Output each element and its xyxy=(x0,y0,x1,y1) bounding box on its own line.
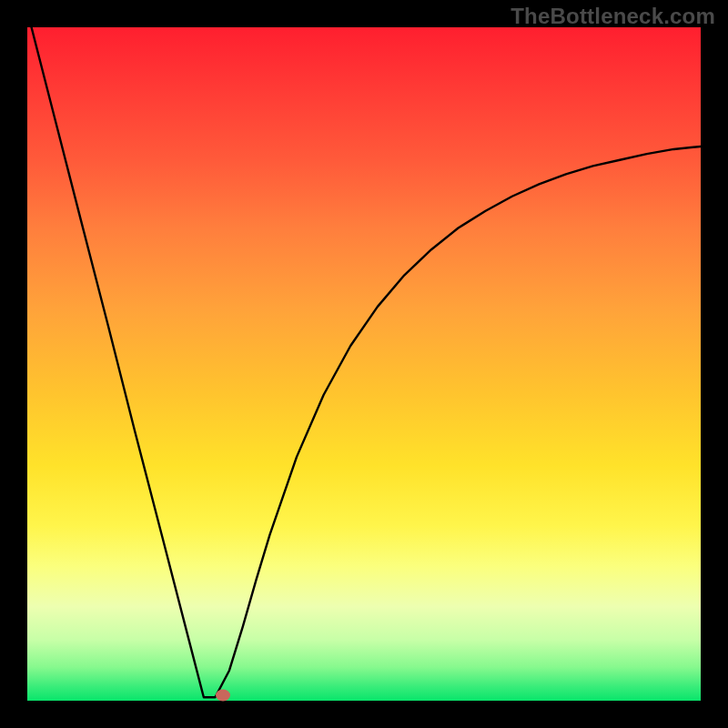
watermark-text: TheBottleneck.com xyxy=(511,4,715,29)
optimum-marker xyxy=(216,690,230,702)
chart-frame: TheBottleneck.com xyxy=(0,0,728,728)
bottleneck-curve xyxy=(27,27,701,701)
plot-area xyxy=(27,27,701,701)
